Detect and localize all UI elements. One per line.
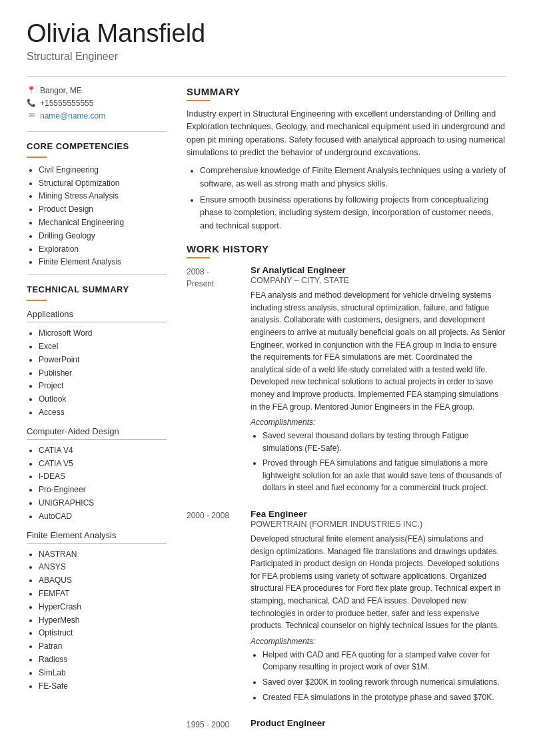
list-item: ABAQUS bbox=[39, 575, 167, 586]
candidate-title: Structural Engineer bbox=[27, 51, 506, 63]
sidebar-divider-1 bbox=[27, 131, 167, 132]
contact-email[interactable]: ✉ name@name.com bbox=[27, 111, 167, 121]
work-history-underline bbox=[187, 257, 210, 258]
work-history-section: WORK HISTORY 2008 -Present Sr Analytical… bbox=[187, 243, 506, 731]
technical-summary-underline bbox=[27, 300, 47, 301]
summary-bullet: Ensure smooth business operations by fol… bbox=[200, 194, 506, 232]
job-title-2: Fea Engineer bbox=[251, 509, 506, 519]
list-item: Drilling Geology bbox=[39, 230, 167, 242]
email-icon: ✉ bbox=[27, 111, 36, 120]
applications-title: Applications bbox=[27, 309, 167, 319]
list-item: Civil Engineering bbox=[39, 165, 167, 176]
main-layout: 📍 Bangor, ME 📞 +15555555555 ✉ name@name.… bbox=[27, 86, 506, 743]
summary-intro: Industry expert in Structural Engineerin… bbox=[187, 108, 506, 160]
header-section: Olivia Mansfield Structural Engineer bbox=[27, 20, 506, 63]
list-item: Mining Stress Analysis bbox=[39, 190, 167, 202]
job-dates-3: 1995 - 2000 bbox=[187, 718, 240, 731]
accomplishments-label-2: Accomplishments: bbox=[251, 637, 506, 646]
job-entry-2: 2000 - 2008 Fea Engineer POWERTRAIN (FOR… bbox=[187, 509, 506, 706]
summary-title: SUMMARY bbox=[187, 86, 506, 97]
location-icon: 📍 bbox=[27, 86, 36, 95]
list-item: AutoCAD bbox=[39, 511, 167, 522]
list-item: I-DEAS bbox=[39, 471, 167, 482]
list-item: FEMFAT bbox=[39, 588, 167, 599]
list-item: Project bbox=[39, 380, 167, 392]
list-item: Pro-Engineer bbox=[39, 484, 167, 496]
job-company-2: POWERTRAIN (FORMER INDUSTRIES INC.) bbox=[251, 520, 506, 529]
accomplishment-item: Helped with CAD and FEA quoting for a st… bbox=[263, 649, 506, 673]
accomplishment-item: Saved over $200K in tooling rework throu… bbox=[263, 676, 506, 689]
fea-title: Finite Element Analysis bbox=[27, 530, 167, 540]
summary-bullets-list: Comprehensive knowledge of Finite Elemen… bbox=[187, 165, 506, 232]
email-text: name@name.com bbox=[40, 111, 105, 121]
list-item: HyperMesh bbox=[39, 615, 167, 626]
list-item: Access bbox=[39, 407, 167, 418]
list-item: CATIA V4 bbox=[39, 445, 167, 456]
candidate-name: Olivia Mansfield bbox=[27, 20, 506, 48]
job-dates-2: 2000 - 2008 bbox=[187, 509, 240, 706]
list-item: Optistruct bbox=[39, 627, 167, 639]
cad-underline bbox=[27, 439, 167, 440]
list-item: Patran bbox=[39, 641, 167, 652]
core-competencies-title: CORE COMPETENCIES bbox=[27, 141, 167, 151]
accomplishment-item: Created FEA simulations in the prototype… bbox=[263, 691, 506, 704]
job-entry-1: 2008 -Present Sr Analytical Engineer COM… bbox=[187, 265, 506, 497]
list-item: PowerPoint bbox=[39, 354, 167, 366]
applications-list: Microsoft Word Excel PowerPoint Publishe… bbox=[27, 328, 167, 418]
phone-icon: 📞 bbox=[27, 99, 36, 107]
technical-summary-title: TECHNICAL SUMMARY bbox=[27, 284, 167, 294]
list-item: Excel bbox=[39, 341, 167, 352]
list-item: UNIGRAPHICS bbox=[39, 498, 167, 509]
phone-text: +15555555555 bbox=[40, 99, 93, 108]
list-item: Structural Optimization bbox=[39, 178, 167, 189]
header-divider bbox=[27, 76, 506, 77]
list-item: NASTRAN bbox=[39, 549, 167, 560]
core-competencies-list: Civil Engineering Structural Optimizatio… bbox=[27, 165, 167, 268]
list-item: Outlook bbox=[39, 394, 167, 405]
summary-bullet: Comprehensive knowledge of Finite Elemen… bbox=[200, 165, 506, 190]
list-item: Exploration bbox=[39, 244, 167, 255]
list-item: FE-Safe bbox=[39, 681, 167, 692]
job-dates-1: 2008 -Present bbox=[187, 265, 240, 497]
list-item: SimLab bbox=[39, 667, 167, 679]
job-description-2: Developed structural finite element anal… bbox=[251, 533, 506, 632]
list-item: Publisher bbox=[39, 368, 167, 379]
summary-underline bbox=[187, 100, 210, 101]
fea-list: NASTRAN ANSYS ABAQUS FEMFAT HyperCrash H… bbox=[27, 549, 167, 692]
list-item: Radioss bbox=[39, 654, 167, 665]
core-competencies-underline bbox=[27, 157, 47, 158]
list-item: Mechanical Engineering bbox=[39, 217, 167, 228]
list-item: ANSYS bbox=[39, 562, 167, 573]
applications-underline bbox=[27, 322, 167, 322]
contact-phone: 📞 +15555555555 bbox=[27, 99, 167, 108]
list-item: Microsoft Word bbox=[39, 328, 167, 339]
job-details-2: Fea Engineer POWERTRAIN (FORMER INDUSTRI… bbox=[251, 509, 506, 706]
job-entry-3: 1995 - 2000 Product Engineer bbox=[187, 718, 506, 731]
list-item: HyperCrash bbox=[39, 601, 167, 613]
list-item: Product Design bbox=[39, 204, 167, 215]
job-details-3: Product Engineer bbox=[251, 718, 506, 731]
sidebar: 📍 Bangor, ME 📞 +15555555555 ✉ name@name.… bbox=[27, 86, 167, 743]
job-description-1: FEA analysis and method development for … bbox=[251, 289, 506, 413]
accomplishment-item: Saved several thousand dollars by testin… bbox=[263, 430, 506, 454]
contact-location: 📍 Bangor, ME bbox=[27, 86, 167, 95]
job-title-3: Product Engineer bbox=[251, 718, 506, 728]
page: Olivia Mansfield Structural Engineer 📍 B… bbox=[0, 0, 533, 756]
list-item: CATIA V5 bbox=[39, 458, 167, 470]
fea-underline bbox=[27, 543, 167, 544]
job-title-1: Sr Analytical Engineer bbox=[251, 265, 506, 275]
sidebar-divider-2 bbox=[27, 274, 167, 275]
right-content: SUMMARY Industry expert in Structural En… bbox=[187, 86, 506, 743]
summary-section: SUMMARY Industry expert in Structural En… bbox=[187, 86, 506, 232]
accomplishments-list-1: Saved several thousand dollars by testin… bbox=[251, 430, 506, 494]
contact-section: 📍 Bangor, ME 📞 +15555555555 ✉ name@name.… bbox=[27, 86, 167, 121]
accomplishments-label-1: Accomplishments: bbox=[251, 418, 506, 427]
accomplishment-item: Proved through FEA simulations and fatig… bbox=[263, 457, 506, 494]
location-text: Bangor, ME bbox=[40, 86, 82, 95]
technical-summary-section: TECHNICAL SUMMARY Applications Microsoft… bbox=[27, 284, 167, 691]
cad-list: CATIA V4 CATIA V5 I-DEAS Pro-Engineer UN… bbox=[27, 445, 167, 522]
core-competencies-section: CORE COMPETENCIES Civil Engineering Stru… bbox=[27, 141, 167, 268]
job-details-1: Sr Analytical Engineer COMPANY – CITY, S… bbox=[251, 265, 506, 497]
list-item: Finite Element Analysis bbox=[39, 256, 167, 268]
accomplishments-list-2: Helped with CAD and FEA quoting for a st… bbox=[251, 649, 506, 703]
